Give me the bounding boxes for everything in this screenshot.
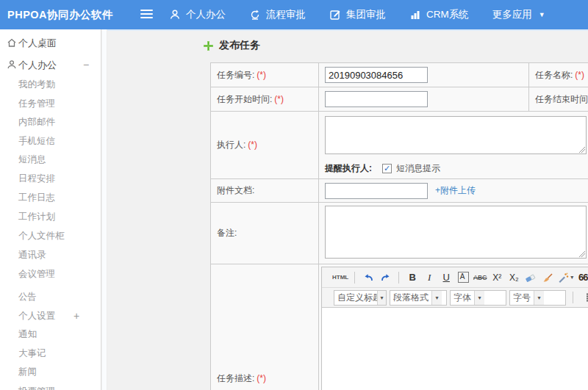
main-content: 发布任务 任务编号:(*) 任务名称:(*) 任务开始时间:(*) (102, 29, 588, 390)
sidebar-item-contacts[interactable]: 通讯录 (0, 248, 101, 262)
blockquote-button[interactable]: 66 (576, 270, 588, 285)
task-no-input[interactable] (325, 67, 428, 83)
resize-handle[interactable] (579, 147, 585, 153)
header-divider (102, 29, 588, 31)
superscript-button[interactable]: X² (490, 270, 504, 285)
executor-field-cell: +选择执行人 提醒执行人: ✓ 短消息提示 (319, 112, 588, 179)
attachment-label-cell: 附件文档: (211, 179, 319, 203)
sidebar-item-personal-settings[interactable]: 个人设置 + (0, 309, 101, 323)
editor-content[interactable] (322, 307, 588, 390)
font-size-select[interactable]: 字号 ▾ (509, 290, 566, 306)
alignment-group (584, 290, 588, 305)
attachment-label: 附件文档: (217, 185, 254, 195)
sidebar-item-attendance[interactable]: 我的考勤 (0, 78, 101, 92)
remark-label-cell: 备注: (211, 203, 319, 264)
user-icon (169, 9, 181, 21)
strikethrough-button[interactable]: ABC (473, 270, 487, 285)
chevron-down-icon: ▾ (570, 274, 573, 281)
redo-icon[interactable] (378, 270, 392, 285)
start-time-field-cell (319, 87, 529, 112)
sidebar-item-vote[interactable]: 投票管理 (0, 385, 101, 390)
executor-textarea[interactable] (325, 116, 587, 154)
remark-textarea[interactable] (325, 206, 587, 259)
sidebar-item-news[interactable]: 新闻 (0, 365, 101, 379)
sidebar-gutter (102, 29, 107, 390)
paragraph-format-select[interactable]: 段落格式 ▾ (390, 290, 447, 306)
description-label: 任务描述: (217, 373, 254, 383)
resize-handle[interactable] (579, 251, 585, 257)
sidebar-item-meeting[interactable]: 会议管理 (0, 267, 101, 281)
chevron-down-icon: ▾ (377, 291, 386, 305)
font-style-box-button[interactable]: A (458, 272, 469, 283)
toolbar-separator (398, 272, 399, 284)
sidebar-item-announcement[interactable]: 公告 (0, 290, 101, 304)
task-name-label-cell: 任务名称:(*) (529, 63, 588, 87)
sidebar-item-work-log[interactable]: 工作日志 (0, 191, 101, 205)
subscript-button[interactable]: X₂ (506, 270, 521, 285)
editor-toolbar-row1: HTML B I U A (322, 267, 588, 287)
expand-icon[interactable]: + (74, 309, 79, 323)
remark-field-cell (319, 203, 588, 264)
sidebar-item-task-manage[interactable]: 任务管理 (0, 97, 101, 111)
html-source-button[interactable]: HTML (332, 270, 348, 285)
italic-button[interactable]: I (422, 270, 437, 285)
sidebar-item-short-message[interactable]: 短消息 (0, 153, 101, 167)
hamburger-menu-icon[interactable] (140, 10, 153, 20)
remark-label: 备注: (217, 228, 237, 238)
nav-process-approval[interactable]: 流程审批 (249, 8, 306, 21)
sidebar-item-memorabilia[interactable]: 大事记 (0, 347, 101, 361)
description-editor-cell: HTML B I U A (319, 264, 588, 390)
process-icon (249, 9, 261, 21)
chart-icon (409, 9, 421, 21)
sidebar-item-schedule[interactable]: 日程安排 (0, 172, 101, 186)
sidebar-item-notice[interactable]: 通知 (0, 328, 101, 342)
nav-crm-system[interactable]: CRM系统 (409, 8, 469, 21)
align-left-icon[interactable] (584, 290, 588, 305)
required-mark: (*) (274, 94, 284, 104)
start-time-input[interactable] (325, 91, 428, 107)
brush-icon[interactable] (540, 270, 555, 285)
nav-group-approval[interactable]: 集团审批 (329, 8, 386, 21)
task-form-table: 任务编号:(*) 任务名称:(*) 任务开始时间:(*) 任务结束时间 (210, 62, 588, 390)
sidebar: 个人桌面 个人办公 − 我的考勤 任务管理 内部邮件 手机短信 短消息 日程安排… (0, 29, 101, 390)
executor-label: 执行人: (217, 140, 245, 150)
nav-personal-office[interactable]: 个人办公 (169, 8, 226, 21)
chevron-down-icon: ▾ (431, 291, 442, 305)
sidebar-item-personal-office[interactable]: 个人办公 − (0, 58, 101, 72)
start-time-label: 任务开始时间: (217, 94, 272, 104)
sidebar-item-work-plan[interactable]: 工作计划 (0, 210, 101, 224)
custom-title-select[interactable]: 自定义标题 ▾ (334, 290, 387, 306)
required-mark: (*) (257, 70, 266, 80)
task-no-label: 任务编号: (217, 70, 254, 80)
toolbar-separator (573, 292, 573, 303)
sidebar-item-mobile-sms[interactable]: 手机短信 (0, 134, 101, 148)
executor-label-cell: 执行人:(*) (211, 112, 319, 179)
sidebar-item-file-cabinet[interactable]: 个人文件柜 (0, 229, 101, 243)
start-time-label-cell: 任务开始时间:(*) (211, 87, 319, 112)
task-no-field-cell (319, 63, 529, 87)
required-mark: (*) (257, 373, 266, 383)
top-header: PHPOA协同办公软件 个人办公 流程审批 集团审批 (0, 0, 588, 29)
app-logo: PHPOA协同办公软件 (7, 0, 113, 29)
remind-executor-label: 提醒执行人: (325, 162, 372, 175)
underline-button[interactable]: U (439, 270, 453, 285)
page-title: 发布任务 (204, 39, 260, 52)
sms-remind-checkbox[interactable]: ✓ (382, 164, 392, 173)
home-icon (7, 37, 17, 51)
attachment-upload-link[interactable]: +附件上传 (435, 184, 476, 197)
undo-icon[interactable] (361, 270, 376, 285)
eraser-icon[interactable] (523, 270, 538, 285)
end-time-label: 任务结束时间: (535, 94, 588, 104)
font-family-select[interactable]: 字体 ▾ (450, 290, 506, 306)
chevron-down-icon: ▾ (474, 291, 484, 305)
sidebar-item-internal-mail[interactable]: 内部邮件 (0, 115, 101, 129)
user-icon (7, 59, 17, 73)
magic-wand-icon[interactable]: ▾ (557, 270, 573, 285)
required-mark: (*) (575, 70, 584, 80)
attachment-input[interactable] (325, 183, 428, 199)
nav-more-apps[interactable]: 更多应用 ▼ (492, 8, 545, 21)
toolbar-separator (354, 272, 355, 284)
bold-button[interactable]: B (405, 270, 420, 285)
collapse-icon[interactable]: − (83, 58, 89, 72)
sidebar-item-desktop[interactable]: 个人桌面 (0, 36, 101, 50)
